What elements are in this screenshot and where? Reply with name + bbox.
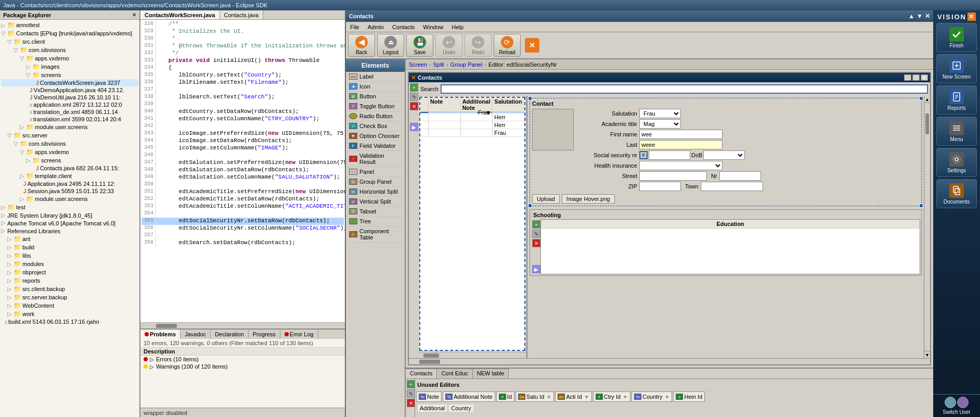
tree-item[interactable]: xbuild.xml 5143 06.03.15 17:16 rjahn [1,318,138,325]
toolbar-save[interactable]: 💾 Save [406,34,433,57]
school-delete[interactable]: ✕ [532,239,540,247]
cell-additional-note[interactable]: Frau ▼ [461,112,493,113]
bottom-add[interactable]: + [407,380,415,388]
element-icon-item[interactable]: ★ Icon [346,82,405,92]
toolbar-extra[interactable]: ✕ [525,38,539,53]
menu-file[interactable]: File [348,23,362,31]
tree-item[interactable]: ▷📁modules [1,260,138,268]
cell[interactable] [429,113,461,121]
element-radio-button[interactable]: Radio Button [346,111,405,121]
element-button[interactable]: B Button [346,92,405,102]
tab-contacts[interactable]: Contacts [406,369,437,378]
tree-item[interactable]: ▷📁test [1,203,138,211]
tree-item[interactable]: JVxDemoUtil.java 216 26.10.10 11: [1,94,138,101]
tree-item[interactable]: ▷📁screens [1,156,138,165]
tree-item[interactable]: ▷📁work [1,310,138,318]
element-group-panel[interactable]: G Group Panel [346,177,405,187]
add-btn[interactable]: + [410,83,418,92]
element-label[interactable]: Ab Label [346,72,405,82]
cell-note[interactable] [429,112,461,113]
problems-row-warnings[interactable]: ▷ Warnings (100 of 120 items) [140,363,345,370]
ue-hein-id[interactable]: # Hein Id [673,391,705,402]
ue-country[interactable]: Te Country ▼ [631,391,672,402]
tree-item-active[interactable]: JContactsWorkScreen.java 3237 [1,79,138,86]
win-ctrl-max[interactable]: □ [912,74,920,81]
element-vertical-split[interactable]: V Vertical Split [346,197,405,207]
tree-item[interactable]: ▷📁WebContent [1,301,138,310]
school-nav[interactable]: ▶ [532,265,540,273]
expand-icon[interactable]: ▷ [150,357,154,362]
contacts-minimize[interactable]: ▲ [908,12,914,20]
social-security-input[interactable] [649,150,690,160]
tab-javadoc[interactable]: Javadoc [180,330,211,339]
pkg-explorer-close[interactable]: ✕ [132,12,136,18]
ue-id[interactable]: # Id [496,391,514,402]
horizontal-scrollbar[interactable] [140,322,345,328]
tree-item[interactable]: JVxDemoApplication.java 404 23.12. [1,86,138,94]
tree-item[interactable]: ▷Apache Tomcat v6.0 [Apache Tomcat v6.0] [1,219,138,227]
vertical-scrollbar[interactable]: ▲ ▼ [924,96,930,358]
element-field-validator[interactable]: F Field Validator [346,141,405,151]
editor-tab-contacts-workscreen[interactable]: ContactsWorkScreen.java [140,10,220,19]
tree-item[interactable]: ▽📁src.client [1,37,138,46]
switch-user-btn[interactable]: Switch User [943,409,970,415]
ue-ctry-id[interactable]: # Ctry Id ▼ [593,391,630,402]
element-validation-result[interactable]: ! Validation Result [346,151,405,167]
grid-row[interactable]: Herr [420,121,524,129]
tree-item[interactable]: ▷JRE System Library [jdk1.8.0_45] [1,211,138,219]
cell[interactable] [461,129,493,136]
school-add[interactable]: + [532,220,540,229]
ctry-dropdown[interactable]: ▼ [623,394,628,400]
image-hover-button[interactable]: Image Hover.png [562,194,615,204]
breadcrumb-screen[interactable]: Screen [409,61,427,68]
cell[interactable] [461,121,493,129]
element-panel[interactable]: □ Panel [346,167,405,177]
health-select[interactable] [639,161,723,170]
tree-item[interactable]: ▷📁libs [1,251,138,260]
academic-select[interactable]: Mag [639,119,681,129]
edit-btn[interactable]: ✎ [410,93,418,101]
bottom-edit[interactable]: ✎ [407,389,415,398]
tree-item[interactable]: ▷📁images [1,62,138,71]
scroll-thumb[interactable] [925,113,929,134]
street-input[interactable] [639,171,707,181]
selection-handle[interactable] [919,204,923,208]
vision-btn-settings[interactable]: Settings [936,148,977,177]
search-input[interactable] [441,84,928,94]
country-dropdown[interactable]: ▼ [665,394,670,400]
vision-btn-finish[interactable]: Finish [936,23,977,52]
tree-item[interactable]: ▷📁build [1,243,138,251]
tree-item[interactable]: ▷📁nbproject [1,268,138,276]
tab-problems[interactable]: Problems [140,330,180,339]
vision-btn-menu[interactable]: Menu [936,117,977,146]
bottom-delete[interactable]: ✕ [407,399,415,407]
selection-handle[interactable] [528,204,532,208]
vision-btn-documents[interactable]: Documents [936,179,977,208]
tree-item[interactable]: xapplication.xml 2872 13.12.12 02:0 [1,101,138,108]
tree-item[interactable]: ▷📁src.server.backup [1,293,138,301]
ue-note[interactable]: Te Note [416,391,442,402]
upload-button[interactable]: Upload [532,194,560,204]
element-horizontal-split[interactable]: H Horizontal Split [346,187,405,197]
tree-item[interactable]: ▷Referenced Libraries [1,227,138,235]
scroll-up[interactable]: ▲ [924,96,930,103]
cell[interactable] [429,129,461,136]
scroll-down[interactable]: ▼ [924,351,930,358]
contacts-close[interactable]: ✕ [925,12,930,20]
last-input[interactable] [639,140,723,149]
element-tabset[interactable]: T Tabset [346,207,405,217]
selection-handle[interactable] [919,96,923,100]
selection-handle[interactable] [528,96,532,100]
tab-cont-educ[interactable]: Cont Educ [437,369,472,378]
tree-item[interactable]: ▽📁com.sibvisions [1,46,138,54]
menu-admin[interactable]: Admin [366,23,386,31]
element-toggle-button[interactable]: T Toggle Button [346,102,405,111]
tree-item[interactable]: ▽📁src.server [1,131,138,140]
nr-input[interactable] [719,171,761,181]
tree-item[interactable]: xtranslation_de.xml 4859 06.11.14 [1,108,138,116]
element-option-chooser[interactable]: ▼ Option Chooser [346,131,405,141]
editor-tab-contacts[interactable]: Contacts.java [220,10,264,19]
toolbar-logout[interactable]: ⏏ Logout [377,34,404,57]
vision-close[interactable]: ✕ [968,12,976,21]
menu-help[interactable]: Help [449,23,466,31]
